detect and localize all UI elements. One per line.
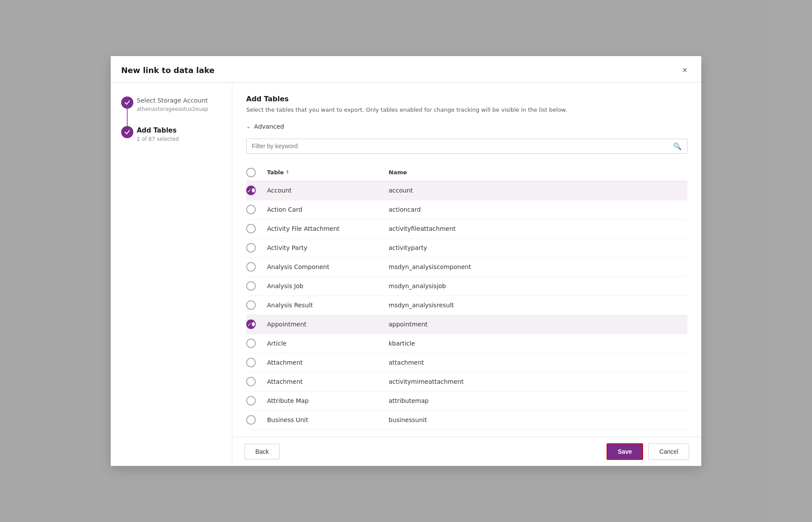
advanced-toggle[interactable]: ⌄ Advanced xyxy=(246,123,687,130)
row-table-5: Analysis Job xyxy=(267,278,389,294)
row-name-9: attachment xyxy=(389,355,687,370)
row-name-4: msdyn_analysiscomponent xyxy=(389,259,687,275)
header-table-col[interactable]: Table ↑ xyxy=(267,168,389,177)
dialog-overlay: New link to data lake × Select Storage A… xyxy=(0,0,812,522)
row-table-8: Article xyxy=(267,336,389,351)
dialog-footer: Back Save Cancel xyxy=(232,437,701,466)
row-table-0: Account xyxy=(267,183,389,198)
row-name-11: attributemap xyxy=(389,393,687,409)
check-circle-icon-1 xyxy=(124,100,130,106)
row-name-10: activitymimeattachment xyxy=(389,374,687,389)
search-input[interactable] xyxy=(252,143,673,150)
table-container: Table ↑ Name ✓AccountaccountAction Carda… xyxy=(246,164,687,430)
table-rows: ✓AccountaccountAction CardactioncardActi… xyxy=(246,181,687,430)
close-button[interactable]: × xyxy=(679,64,691,76)
row-checkbox-11[interactable] xyxy=(246,396,256,406)
step-2-label: Add Tables xyxy=(137,126,221,135)
row-checkbox-12[interactable] xyxy=(246,415,256,425)
row-name-2: activityfileattachment xyxy=(389,221,687,236)
row-name-0: account xyxy=(389,183,687,198)
row-name-3: activityparty xyxy=(389,240,687,256)
row-table-7: Appointment xyxy=(267,316,389,332)
row-checkbox-0[interactable]: ✓ xyxy=(246,186,256,195)
row-checkbox-1[interactable] xyxy=(246,205,256,214)
row-name-7: appointment xyxy=(389,316,687,332)
table-row: Analysis Jobmsdyn_analysisjob xyxy=(246,277,687,296)
section-desc: Select the tables that you want to expor… xyxy=(246,106,687,114)
table-row: Attachmentactivitymimeattachment xyxy=(246,372,687,392)
table-row: Articlekbarticle xyxy=(246,334,687,353)
row-checkbox-10[interactable] xyxy=(246,377,256,386)
back-button[interactable]: Back xyxy=(244,444,280,459)
row-name-8: kbarticle xyxy=(389,336,687,351)
dialog-title: New link to data lake xyxy=(121,66,215,75)
main-content: Add Tables Select the tables that you wa… xyxy=(232,83,701,466)
table-row: Attribute Mapattributemap xyxy=(246,392,687,411)
row-table-2: Activity File Attachment xyxy=(267,221,389,236)
row-checkbox-3[interactable] xyxy=(246,243,256,253)
row-table-10: Attachment xyxy=(267,374,389,389)
row-table-4: Analysis Component xyxy=(267,259,389,275)
row-table-6: Analysis Result xyxy=(267,297,389,313)
wizard-step-select-storage: Select Storage Account athenastorageeast… xyxy=(121,96,221,126)
row-table-1: Action Card xyxy=(267,202,389,217)
advanced-label: Advanced xyxy=(254,123,284,130)
sidebar: Select Storage Account athenastorageeast… xyxy=(111,83,232,466)
row-table-12: Business Unit xyxy=(267,412,389,428)
table-header: Table ↑ Name xyxy=(246,164,687,181)
row-checkbox-5[interactable] xyxy=(246,281,256,291)
row-table-3: Activity Party xyxy=(267,240,389,256)
table-row: Analysis Componentmsdyn_analysiscomponen… xyxy=(246,258,687,277)
save-button[interactable]: Save xyxy=(607,443,644,460)
select-all-checkbox[interactable] xyxy=(246,168,256,177)
row-name-6: msdyn_analysisresult xyxy=(389,297,687,313)
row-table-11: Attribute Map xyxy=(267,393,389,409)
table-row: Activity Partyactivityparty xyxy=(246,239,687,258)
main-scroll-area: Add Tables Select the tables that you wa… xyxy=(232,83,701,437)
row-checkbox-7[interactable]: ✓ xyxy=(246,319,256,329)
table-row: Activity File Attachmentactivityfileatta… xyxy=(246,219,687,239)
section-title: Add Tables xyxy=(246,95,687,103)
search-icon: 🔍 xyxy=(673,142,682,150)
row-checkbox-4[interactable] xyxy=(246,262,256,272)
step-circle-1 xyxy=(121,96,133,109)
step-1-label: Select Storage Account xyxy=(137,96,221,105)
cancel-button[interactable]: Cancel xyxy=(648,443,689,460)
row-name-1: actioncard xyxy=(389,202,687,217)
table-row: Business Unitbusinessunit xyxy=(246,411,687,430)
step-2-sublabel: 2 of 87 selected xyxy=(137,136,221,142)
row-checkbox-9[interactable] xyxy=(246,358,256,367)
step-circle-2 xyxy=(121,126,133,138)
table-row: Attachmentattachment xyxy=(246,353,687,372)
row-checkbox-6[interactable] xyxy=(246,300,256,310)
table-row: ✓Accountaccount xyxy=(246,181,687,200)
row-name-5: msdyn_analysisjob xyxy=(389,278,687,294)
footer-right-actions: Save Cancel xyxy=(607,443,689,460)
row-table-9: Attachment xyxy=(267,355,389,370)
dialog-body: Select Storage Account athenastorageeast… xyxy=(111,83,701,466)
search-bar: 🔍 xyxy=(246,139,687,154)
table-row: Action Cardactioncard xyxy=(246,200,687,219)
row-checkbox-2[interactable] xyxy=(246,224,256,233)
chevron-down-icon: ⌄ xyxy=(246,123,251,130)
check-circle-icon-2 xyxy=(124,129,130,135)
step-1-sublabel: athenastorageeastus2euap xyxy=(137,106,221,112)
wizard-step-add-tables: Add Tables 2 of 87 selected xyxy=(121,126,221,142)
table-row: Analysis Resultmsdyn_analysisresult xyxy=(246,296,687,315)
sort-arrow-icon: ↑ xyxy=(286,170,290,175)
dialog: New link to data lake × Select Storage A… xyxy=(111,56,701,466)
dialog-header: New link to data lake × xyxy=(111,56,701,83)
table-row: ✓Appointmentappointment xyxy=(246,315,687,334)
row-checkbox-8[interactable] xyxy=(246,339,256,348)
header-name-col: Name xyxy=(389,168,687,177)
row-name-12: businessunit xyxy=(389,412,687,428)
header-checkbox-col xyxy=(246,168,267,177)
